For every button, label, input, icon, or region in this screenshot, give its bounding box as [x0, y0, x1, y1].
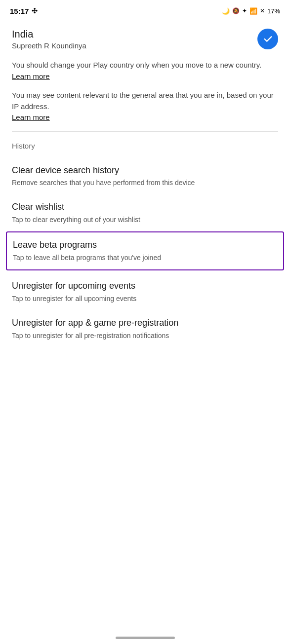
unregister-preregistration-item[interactable]: Unregister for app & game pre-registrati…: [12, 310, 278, 347]
play-country-learn-more-link[interactable]: Learn more: [12, 72, 50, 80]
ip-address-info: You may see content relevant to the gene…: [12, 90, 278, 123]
ip-address-text: You may see content relevant to the gene…: [12, 91, 274, 111]
clear-wishlist-title: Clear wishlist: [12, 201, 278, 213]
home-indicator: [116, 637, 175, 639]
time: 15:17: [10, 7, 29, 15]
leave-beta-subtitle: Tap to leave all beta programs that you'…: [13, 253, 277, 263]
section-divider: [12, 131, 278, 132]
bluetooth-icon: ✦: [242, 7, 247, 14]
play-country-text: You should change your Play country only…: [12, 61, 261, 69]
country-name: India: [12, 28, 249, 40]
status-bar-left: 15:17 ✣: [10, 7, 38, 15]
menu-items-list: Clear device search history Remove searc…: [12, 158, 278, 348]
mute-icon: 🔕: [232, 7, 240, 14]
user-name: Supreeth R Koundinya: [12, 41, 249, 50]
clear-wishlist-subtitle: Tap to clear everything out of your wish…: [12, 215, 278, 225]
clear-search-history-item[interactable]: Clear device search history Remove searc…: [12, 158, 278, 195]
clear-search-history-title: Clear device search history: [12, 165, 278, 176]
signal-icon: ✣: [32, 7, 38, 15]
clear-search-history-subtitle: Remove searches that you have performed …: [12, 178, 278, 188]
unregister-preregistration-title: Unregister for app & game pre-registrati…: [12, 317, 278, 329]
country-section: India Supreeth R Koundinya: [12, 28, 278, 50]
unregister-preregistration-subtitle: Tap to unregister for all pre-registrati…: [12, 331, 278, 341]
unregister-events-title: Unregister for upcoming events: [12, 280, 278, 292]
ip-address-learn-more-link[interactable]: Learn more: [12, 113, 50, 121]
status-bar-right: 🌙 🔕 ✦ 📶 ✕ 17%: [222, 7, 280, 15]
selected-check-icon[interactable]: [257, 29, 278, 49]
signal-x-icon: ✕: [260, 7, 265, 14]
clear-wishlist-item[interactable]: Clear wishlist Tap to clear everything o…: [12, 194, 278, 231]
status-bar: 15:17 ✣ 🌙 🔕 ✦ 📶 ✕ 17%: [0, 0, 290, 20]
unregister-events-subtitle: Tap to unregister for all upcoming event…: [12, 294, 278, 304]
history-section-label: History: [12, 142, 278, 150]
battery-icon: 17%: [267, 7, 280, 15]
main-content: India Supreeth R Koundinya You should ch…: [0, 20, 290, 355]
leave-beta-item[interactable]: Leave beta programs Tap to leave all bet…: [6, 231, 284, 270]
country-info: India Supreeth R Koundinya: [12, 28, 249, 50]
moon-icon: 🌙: [222, 7, 230, 15]
leave-beta-title: Leave beta programs: [13, 239, 277, 251]
wifi-icon: 📶: [249, 7, 257, 15]
unregister-events-item[interactable]: Unregister for upcoming events Tap to un…: [12, 273, 278, 310]
play-country-info: You should change your Play country only…: [12, 60, 278, 82]
